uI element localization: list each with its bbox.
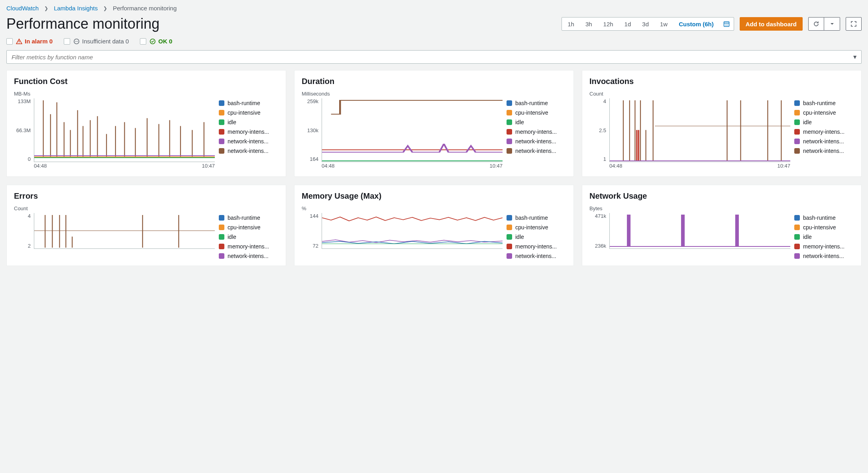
filter-input[interactable] [6, 50, 862, 64]
legend-label: network-intens... [515, 253, 556, 259]
legend-swatch [794, 129, 800, 135]
card-function-cost: Function Cost MB-Ms 133M 66.3M 0 [6, 70, 286, 177]
legend-item[interactable]: idle [507, 119, 566, 125]
legend-item[interactable]: memory-intens... [219, 129, 279, 135]
legend-item[interactable]: bash-runtime [219, 100, 279, 106]
time-option-1w[interactable]: 1w [654, 18, 673, 30]
ytick: 259k [302, 98, 318, 104]
legend-item[interactable]: network-intens... [507, 148, 566, 154]
legend-label: idle [228, 234, 236, 240]
legend-item[interactable]: memory-intens... [794, 243, 854, 250]
legend-item[interactable]: cpu-intensive [507, 109, 566, 116]
legend-swatch [219, 215, 224, 221]
chevron-right-icon: ❯ [44, 6, 48, 11]
legend-swatch [507, 225, 512, 230]
calendar-icon[interactable] [719, 21, 734, 27]
legend-label: idle [803, 234, 812, 240]
legend-item[interactable]: idle [794, 119, 854, 125]
ytick: 4 [14, 213, 31, 219]
legend-item[interactable]: network-intens... [507, 253, 566, 259]
chart-legend: bash-runtimecpu-intensiveidlememory-inte… [219, 98, 279, 170]
svg-point-9 [19, 43, 20, 43]
time-range-picker: 1h 3h 12h 1d 3d 1w Custom (6h) [562, 17, 734, 31]
legend-item[interactable]: cpu-intensive [794, 224, 854, 231]
legend-item[interactable]: idle [507, 234, 566, 240]
chart-legend: bash-runtimecpu-intensiveidlememory-inte… [794, 98, 854, 170]
legend-item[interactable]: idle [219, 119, 279, 125]
legend-item[interactable]: network-intens... [219, 148, 279, 154]
time-option-1h[interactable]: 1h [562, 18, 580, 30]
legend-swatch [794, 215, 800, 221]
chart-memory[interactable] [322, 213, 503, 249]
card-network-usage: Network Usage Bytes 471k 236k [582, 185, 862, 266]
legend-item[interactable]: network-intens... [219, 138, 279, 145]
svg-point-11 [75, 41, 76, 42]
legend-label: cpu-intensive [228, 109, 261, 116]
legend-item[interactable]: bash-runtime [794, 100, 854, 106]
legend-item[interactable]: bash-runtime [219, 215, 279, 221]
card-title: Errors [14, 192, 279, 201]
legend-label: cpu-intensive [803, 224, 836, 231]
legend-swatch [507, 100, 512, 106]
time-option-custom[interactable]: Custom (6h) [673, 18, 719, 30]
svg-point-2 [725, 24, 726, 25]
fullscreen-button[interactable] [846, 17, 862, 31]
legend-item[interactable]: network-intens... [794, 148, 854, 154]
time-option-12h[interactable]: 12h [598, 18, 619, 30]
legend-label: idle [228, 119, 236, 125]
chart-errors[interactable] [34, 213, 215, 249]
legend-item[interactable]: idle [219, 234, 279, 240]
legend-item[interactable]: bash-runtime [507, 100, 566, 106]
legend-item[interactable]: cpu-intensive [219, 109, 279, 116]
legend-label: cpu-intensive [515, 224, 548, 231]
legend-swatch [794, 234, 800, 240]
card-unit: % [302, 205, 566, 211]
legend-item[interactable]: network-intens... [794, 253, 854, 259]
refresh-button[interactable] [808, 17, 824, 31]
legend-label: memory-intens... [803, 243, 844, 250]
ytick: 471k [589, 213, 606, 219]
time-option-3h[interactable]: 3h [580, 18, 598, 30]
insufficient-checkbox[interactable] [64, 38, 70, 45]
legend-label: memory-intens... [515, 243, 557, 250]
legend-item[interactable]: network-intens... [794, 138, 854, 145]
legend-item[interactable]: idle [794, 234, 854, 240]
legend-item[interactable]: cpu-intensive [507, 224, 566, 231]
refresh-dropdown-button[interactable] [824, 17, 840, 31]
chart-function-cost[interactable] [34, 98, 215, 162]
insufficient-status: Insufficient data 0 [73, 38, 129, 45]
card-unit: Bytes [589, 205, 854, 211]
card-unit: Count [14, 205, 279, 211]
time-option-1d[interactable]: 1d [619, 18, 637, 30]
breadcrumb-link-cloudwatch[interactable]: CloudWatch [6, 5, 39, 12]
legend-item[interactable]: network-intens... [507, 138, 566, 145]
caret-down-icon [829, 21, 835, 27]
legend-label: idle [803, 119, 812, 125]
legend-swatch [507, 119, 512, 125]
legend-label: network-intens... [228, 148, 269, 154]
legend-item[interactable]: cpu-intensive [219, 224, 279, 231]
legend-item[interactable]: bash-runtime [794, 215, 854, 221]
legend-item[interactable]: memory-intens... [507, 243, 566, 250]
legend-item[interactable]: memory-intens... [507, 129, 566, 135]
chart-network[interactable] [609, 213, 790, 249]
breadcrumb-link-lambda-insights[interactable]: Lambda Insights [54, 5, 98, 12]
alarm-checkbox[interactable] [6, 38, 13, 45]
chart-duration[interactable] [322, 98, 503, 162]
chart-invocations[interactable] [609, 98, 790, 162]
card-errors: Errors Count 4 2 [6, 185, 286, 266]
time-option-3d[interactable]: 3d [636, 18, 654, 30]
xtick: 04:48 [34, 163, 47, 170]
legend-item[interactable]: memory-intens... [219, 243, 279, 250]
legend-item[interactable]: cpu-intensive [794, 109, 854, 116]
ytick: 236k [589, 243, 606, 249]
legend-item[interactable]: bash-runtime [507, 215, 566, 221]
legend-item[interactable]: network-intens... [219, 253, 279, 259]
add-to-dashboard-button[interactable]: Add to dashboard [740, 17, 803, 31]
ok-checkbox[interactable] [140, 38, 146, 45]
legend-item[interactable]: memory-intens... [794, 129, 854, 135]
ytick: 72 [302, 243, 318, 249]
ytick: 130k [302, 127, 318, 133]
caret-down-icon[interactable]: ▼ [852, 54, 858, 60]
legend-swatch [219, 244, 224, 249]
